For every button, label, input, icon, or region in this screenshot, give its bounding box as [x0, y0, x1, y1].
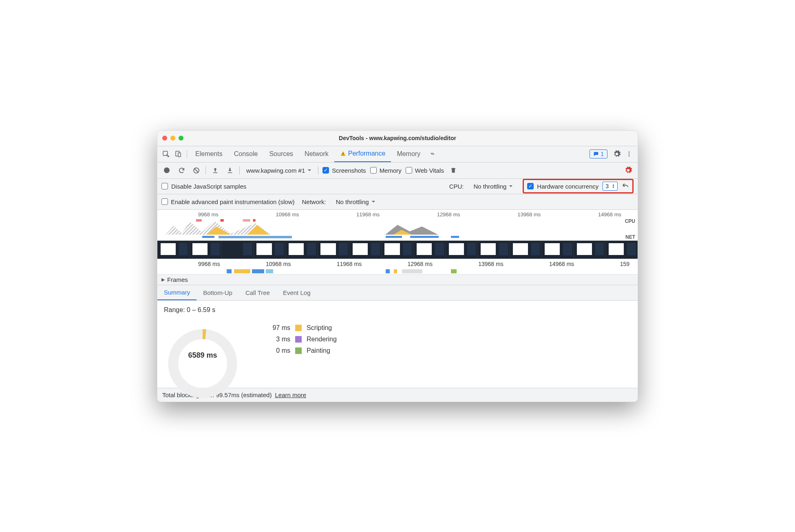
- svg-point-14: [173, 334, 232, 393]
- donut-center-value: 6589 ms: [164, 351, 241, 360]
- options-row-2: Enable advanced paint instrumentation (s…: [157, 194, 638, 210]
- legend-row: 3 ms Rendering: [266, 336, 337, 343]
- hardware-concurrency-highlight: Hardware concurrency 3 ▲▼: [523, 179, 634, 193]
- screenshot-thumb[interactable]: [190, 241, 222, 259]
- subtab-summary[interactable]: Summary: [157, 285, 197, 300]
- screenshots-checkbox[interactable]: Screenshots: [322, 167, 366, 174]
- net-overview[interactable]: NET: [157, 235, 638, 240]
- messages-badge[interactable]: 1: [590, 149, 607, 158]
- subtab-bottom-up[interactable]: Bottom-Up: [197, 285, 239, 300]
- network-label: Network:: [302, 198, 326, 205]
- filmstrip[interactable]: [157, 240, 638, 259]
- svg-rect-2: [178, 153, 181, 157]
- devtools-window: DevTools - www.kapwing.com/studio/editor…: [157, 130, 638, 402]
- disable-js-samples-checkbox[interactable]: Disable JavaScript samples: [161, 183, 246, 190]
- checkbox-icon: [161, 183, 168, 189]
- titlebar: DevTools - www.kapwing.com/studio/editor: [157, 131, 638, 146]
- detail-ticks: 9968 ms 10968 ms 11968 ms 12968 ms 13968…: [157, 259, 638, 269]
- summary-donut: 6589 ms: [164, 321, 241, 382]
- divider: [205, 166, 206, 174]
- divider: [239, 166, 240, 174]
- summary-panel: Range: 0 – 6.59 s 6589 ms 97 ms Scriptin…: [157, 301, 638, 388]
- tab-network[interactable]: Network: [299, 146, 334, 162]
- tab-sources[interactable]: Sources: [263, 146, 299, 162]
- more-tabs-icon[interactable]: [426, 148, 438, 160]
- cpu-throttling-dropdown[interactable]: No throttling: [471, 183, 515, 190]
- device-toggle-icon[interactable]: [172, 148, 184, 160]
- divider: [318, 166, 318, 174]
- enable-paint-instr-checkbox[interactable]: Enable advanced paint instrumentation (s…: [161, 198, 295, 205]
- chat-icon: [593, 151, 599, 157]
- screenshot-thumb[interactable]: [605, 241, 638, 259]
- svg-rect-10: [196, 219, 202, 222]
- net-label: NET: [625, 234, 635, 240]
- target-dropdown[interactable]: www.kapwing.com #1: [244, 167, 314, 174]
- overview-ticks: 9968 ms 10968 ms 11968 ms 12968 ms 13968…: [157, 210, 638, 218]
- cpu-label: CPU:: [449, 183, 464, 190]
- webvitals-checkbox[interactable]: Web Vitals: [406, 167, 444, 174]
- swatch-painting: [295, 347, 302, 354]
- stepper-icon[interactable]: ▲▼: [612, 184, 615, 189]
- capture-settings-icon[interactable]: [623, 165, 634, 176]
- subtab-event-log[interactable]: Event Log: [276, 285, 317, 300]
- legend-row: 97 ms Scripting: [266, 324, 337, 332]
- clear-button[interactable]: [191, 165, 201, 176]
- svg-point-5: [629, 152, 630, 153]
- summary-legend: 97 ms Scripting 3 ms Rendering 0 ms Pain…: [266, 321, 337, 354]
- cpu-label: CPU: [625, 218, 635, 224]
- screenshot-thumb[interactable]: [221, 241, 254, 259]
- kebab-menu-icon[interactable]: [623, 148, 635, 160]
- flame-mini-row[interactable]: [157, 269, 638, 275]
- detail-subtabs: Summary Bottom-Up Call Tree Event Log: [157, 285, 638, 301]
- screenshot-thumb[interactable]: [510, 241, 542, 259]
- warning-icon: [340, 151, 346, 157]
- checkbox-icon: [322, 167, 329, 174]
- checkbox-icon: [370, 167, 377, 174]
- download-button[interactable]: [225, 165, 235, 176]
- hw-concurrency-checkbox[interactable]: Hardware concurrency: [527, 183, 598, 190]
- record-button[interactable]: [161, 165, 172, 176]
- delete-button[interactable]: [448, 165, 459, 176]
- screenshot-thumb[interactable]: [574, 241, 606, 259]
- network-throttling-dropdown[interactable]: No throttling: [333, 198, 378, 205]
- screenshot-thumb[interactable]: [254, 241, 286, 259]
- screenshot-thumb[interactable]: [285, 241, 318, 259]
- window-title: DevTools - www.kapwing.com/studio/editor: [157, 135, 638, 141]
- hw-concurrency-input[interactable]: 3 ▲▼: [603, 182, 618, 191]
- swatch-scripting: [295, 325, 302, 331]
- screenshot-thumb[interactable]: [446, 241, 478, 259]
- screenshot-thumb[interactable]: [157, 241, 190, 259]
- screenshot-thumb[interactable]: [318, 241, 350, 259]
- frames-section-toggle[interactable]: ▶ Frames: [157, 275, 638, 285]
- svg-rect-4: [343, 155, 343, 155]
- svg-rect-3: [343, 153, 343, 154]
- screenshot-thumb[interactable]: [477, 241, 510, 259]
- memory-checkbox[interactable]: Memory: [370, 167, 402, 174]
- svg-rect-12: [243, 219, 250, 222]
- inspect-icon[interactable]: [160, 148, 172, 160]
- range-label: Range: 0 – 6.59 s: [164, 306, 631, 314]
- perf-toolbar: www.kapwing.com #1 Screenshots Memory We…: [157, 163, 638, 179]
- divider: [187, 149, 187, 158]
- tab-performance[interactable]: Performance: [334, 146, 391, 162]
- tab-memory[interactable]: Memory: [391, 146, 426, 162]
- tab-console[interactable]: Console: [228, 146, 264, 162]
- swatch-rendering: [295, 336, 302, 343]
- main-tabs: Elements Console Sources Network Perform…: [157, 146, 638, 163]
- checkbox-icon: [161, 198, 168, 205]
- upload-button[interactable]: [210, 165, 221, 176]
- legend-row: 0 ms Painting: [266, 347, 337, 354]
- cpu-overview[interactable]: CPU: [157, 218, 638, 235]
- subtab-call-tree[interactable]: Call Tree: [239, 285, 276, 300]
- screenshot-thumb[interactable]: [541, 241, 574, 259]
- undo-icon[interactable]: [622, 182, 629, 190]
- reload-button[interactable]: [176, 165, 187, 176]
- screenshot-thumb[interactable]: [349, 241, 382, 259]
- learn-more-link[interactable]: Learn more: [275, 391, 306, 398]
- checkbox-icon: [406, 167, 412, 174]
- settings-icon[interactable]: [611, 148, 623, 160]
- screenshot-thumb[interactable]: [413, 241, 446, 259]
- svg-rect-13: [253, 219, 256, 222]
- tab-elements[interactable]: Elements: [190, 146, 228, 162]
- screenshot-thumb[interactable]: [382, 241, 414, 259]
